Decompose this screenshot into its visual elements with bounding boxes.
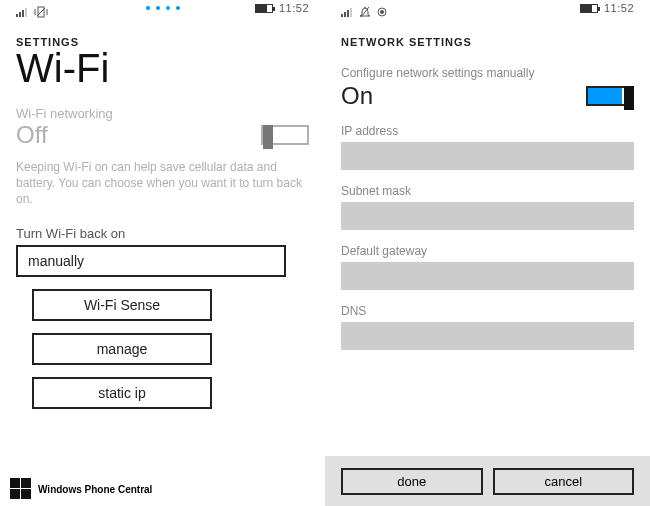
subnet-mask-label: Subnet mask — [341, 184, 634, 198]
static-ip-button[interactable]: static ip — [32, 377, 212, 409]
wifi-settings-screen: 11:52 SETTINGS Wi-Fi Wi-Fi networking Of… — [0, 0, 325, 506]
wifi-toggle[interactable] — [261, 125, 309, 145]
ip-address-field[interactable] — [341, 142, 634, 170]
dns-label: DNS — [341, 304, 634, 318]
bell-icon — [359, 6, 371, 18]
svg-rect-9 — [344, 12, 346, 17]
manage-button[interactable]: manage — [32, 333, 212, 365]
configure-label: Configure network settings manually — [341, 66, 634, 82]
page-title: Wi-Fi — [16, 48, 309, 88]
battery-icon — [580, 4, 598, 13]
cancel-button[interactable]: cancel — [493, 468, 635, 495]
subnet-mask-field[interactable] — [341, 202, 634, 230]
svg-rect-2 — [22, 10, 24, 17]
wifi-sense-button[interactable]: Wi-Fi Sense — [32, 289, 212, 321]
wifi-networking-label: Wi-Fi networking — [16, 106, 309, 121]
turn-back-dropdown[interactable]: manually — [16, 245, 286, 277]
svg-rect-1 — [19, 12, 21, 17]
svg-point-14 — [380, 10, 384, 14]
location-icon — [377, 7, 387, 17]
default-gateway-label: Default gateway — [341, 244, 634, 258]
clock: 11:52 — [604, 2, 634, 14]
wp-logo-icon — [10, 478, 32, 500]
section-header: NETWORK SETTINGS — [341, 36, 634, 48]
svg-rect-11 — [350, 8, 352, 17]
svg-rect-0 — [16, 14, 18, 17]
carousel-dots-icon — [146, 6, 180, 10]
app-bar: done cancel — [325, 456, 650, 506]
turn-back-label: Turn Wi-Fi back on — [16, 226, 309, 241]
status-bar: 11:52 — [16, 0, 309, 22]
dns-field[interactable] — [341, 322, 634, 350]
clock: 11:52 — [279, 2, 309, 14]
ip-address-label: IP address — [341, 124, 634, 138]
signal-icon — [16, 7, 28, 17]
watermark: Windows Phone Central — [10, 478, 152, 500]
svg-rect-3 — [25, 8, 27, 17]
signal-icon — [341, 7, 353, 17]
default-gateway-field[interactable] — [341, 262, 634, 290]
done-button[interactable]: done — [341, 468, 483, 495]
help-text: Keeping Wi-Fi on can help save cellular … — [16, 159, 309, 208]
network-settings-screen: 11:52 NETWORK SETTINGS Configure network… — [325, 0, 650, 506]
battery-icon — [255, 4, 273, 13]
svg-rect-8 — [341, 14, 343, 17]
svg-rect-10 — [347, 10, 349, 17]
vibrate-icon — [34, 6, 48, 18]
status-bar: 11:52 — [341, 0, 634, 22]
configure-value: On — [341, 82, 373, 110]
watermark-text: Windows Phone Central — [38, 484, 152, 495]
manual-config-toggle[interactable] — [586, 86, 634, 106]
wifi-networking-value: Off — [16, 121, 48, 149]
